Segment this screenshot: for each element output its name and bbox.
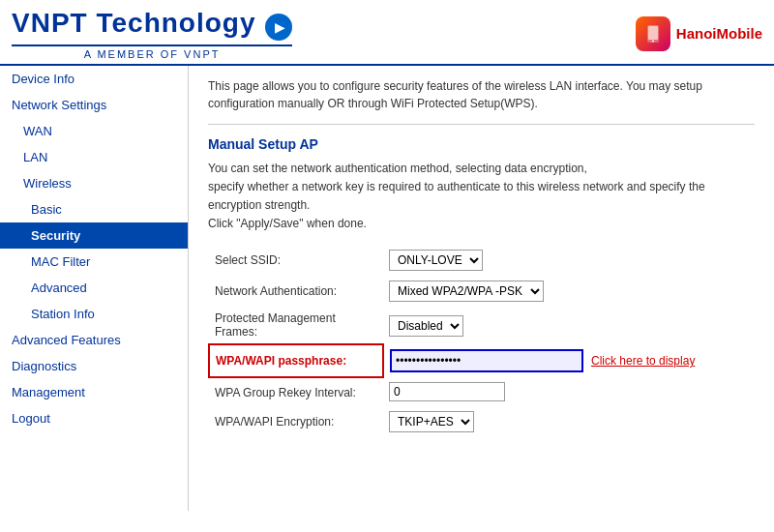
label-pmf: Protected ManagementFrames: [209, 307, 383, 344]
select-ssid[interactable]: ONLY-LOVE [389, 250, 483, 271]
content-description: This page allows you to configure securi… [208, 77, 755, 125]
select-encryption[interactable]: TKIP+AES [389, 411, 474, 432]
label-encryption: WPA/WAPI Encryption: [209, 406, 383, 437]
main-layout: Device Info Network Settings WAN LAN Wir… [0, 66, 774, 511]
logo-subtitle: A MEMBER OF VNPT [12, 44, 292, 60]
rekey-input[interactable] [389, 382, 505, 401]
mobile-icon [642, 23, 664, 44]
field-passphrase: WPA/WAPI passphrase: Click here to displ… [209, 344, 754, 377]
sidebar-item-network-settings[interactable]: Network Settings [0, 92, 188, 118]
sidebar: Device Info Network Settings WAN LAN Wir… [0, 66, 189, 511]
logo-area: VNPT Technology A MEMBER OF VNPT [12, 8, 292, 60]
sidebar-item-station-info[interactable]: Station Info [0, 301, 188, 327]
sidebar-item-mac-filter[interactable]: MAC Filter [0, 249, 188, 275]
content-area: This page allows you to configure securi… [189, 66, 774, 511]
passphrase-input-wrap: Click here to display [390, 349, 748, 372]
form-table: Select SSID: ONLY-LOVE Network Authentic… [208, 245, 755, 437]
field-pmf: Protected ManagementFrames: Disabled [209, 307, 754, 344]
passphrase-input[interactable] [390, 349, 583, 372]
sidebar-item-advanced-features[interactable]: Advanced Features [0, 327, 188, 353]
logo-icon [265, 14, 292, 41]
section-title: Manual Setup AP [208, 136, 755, 152]
field-ssid: Select SSID: ONLY-LOVE [209, 245, 754, 276]
sidebar-item-logout[interactable]: Logout [0, 405, 188, 431]
sidebar-item-device-info[interactable]: Device Info [0, 66, 188, 92]
sidebar-item-diagnostics[interactable]: Diagnostics [0, 353, 188, 379]
brand-logo: HanoiMobile [636, 16, 762, 51]
svg-rect-1 [648, 26, 658, 40]
sidebar-item-wan[interactable]: WAN [0, 118, 188, 144]
sidebar-item-lan[interactable]: LAN [0, 144, 188, 170]
click-display-link[interactable]: Click here to display [591, 354, 695, 368]
label-auth: Network Authentication: [209, 276, 383, 307]
label-passphrase: WPA/WAPI passphrase: [209, 344, 383, 377]
sidebar-item-wireless[interactable]: Wireless [0, 170, 188, 196]
sidebar-item-basic[interactable]: Basic [0, 196, 188, 222]
logo-main: VNPT Technology [12, 8, 292, 43]
section-subdesc: You can set the network authentication m… [208, 160, 755, 234]
field-auth: Network Authentication: Mixed WPA2/WPA -… [209, 276, 754, 307]
header: VNPT Technology A MEMBER OF VNPT HanoiMo… [0, 0, 774, 66]
sidebar-item-management[interactable]: Management [0, 379, 188, 405]
sidebar-item-security[interactable]: Security [0, 222, 188, 249]
field-encryption: WPA/WAPI Encryption: TKIP+AES [209, 406, 754, 437]
select-auth[interactable]: Mixed WPA2/WPA -PSK [389, 281, 544, 302]
label-rekey: WPA Group Rekey Interval: [209, 377, 383, 406]
brand-name: HanoiMobile [676, 25, 762, 42]
field-rekey: WPA Group Rekey Interval: [209, 377, 754, 406]
svg-point-2 [652, 40, 654, 42]
brand-logo-icon [636, 16, 670, 51]
sidebar-item-advanced[interactable]: Advanced [0, 275, 188, 301]
select-pmf[interactable]: Disabled [389, 315, 463, 337]
label-ssid: Select SSID: [209, 245, 383, 276]
